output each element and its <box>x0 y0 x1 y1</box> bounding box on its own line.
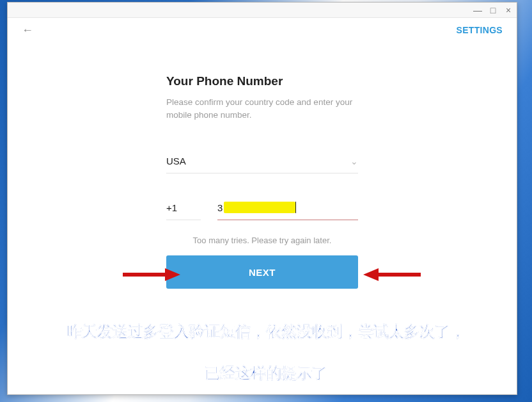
app-window: — □ × ← SETTINGS Your Phone Number Pleas… <box>7 2 517 395</box>
maximize-button[interactable]: □ <box>489 6 497 15</box>
text-caret <box>295 202 296 213</box>
annotation-arrow-left-icon <box>123 266 180 283</box>
phone-row: +1 3 <box>166 199 358 220</box>
next-button[interactable]: NEXT <box>166 255 358 289</box>
phone-digit: 3 <box>217 202 224 213</box>
country-select[interactable]: USA ⌄ <box>166 152 358 173</box>
chevron-down-icon: ⌄ <box>350 156 358 166</box>
page-title: Your Phone Number <box>166 74 358 88</box>
close-button[interactable]: × <box>504 6 513 15</box>
page-subtitle: Please confirm your country code and ent… <box>166 96 358 121</box>
back-icon[interactable]: ← <box>22 24 33 37</box>
error-message: Too many tries. Please try again later. <box>166 236 358 245</box>
minimize-button[interactable]: — <box>473 6 482 15</box>
titlebar: — □ × <box>8 3 517 18</box>
phone-redaction-highlight <box>224 202 295 213</box>
phone-number-input[interactable]: 3 <box>217 199 358 220</box>
annotation-arrow-right-icon <box>363 266 421 283</box>
settings-link[interactable]: SETTINGS <box>457 25 503 35</box>
country-code-input[interactable]: +1 <box>166 200 201 220</box>
login-form: Your Phone Number Please confirm your co… <box>166 74 358 289</box>
toolbar: ← SETTINGS <box>8 18 517 42</box>
content-area: Your Phone Number Please confirm your co… <box>8 42 517 394</box>
country-value: USA <box>166 156 186 166</box>
